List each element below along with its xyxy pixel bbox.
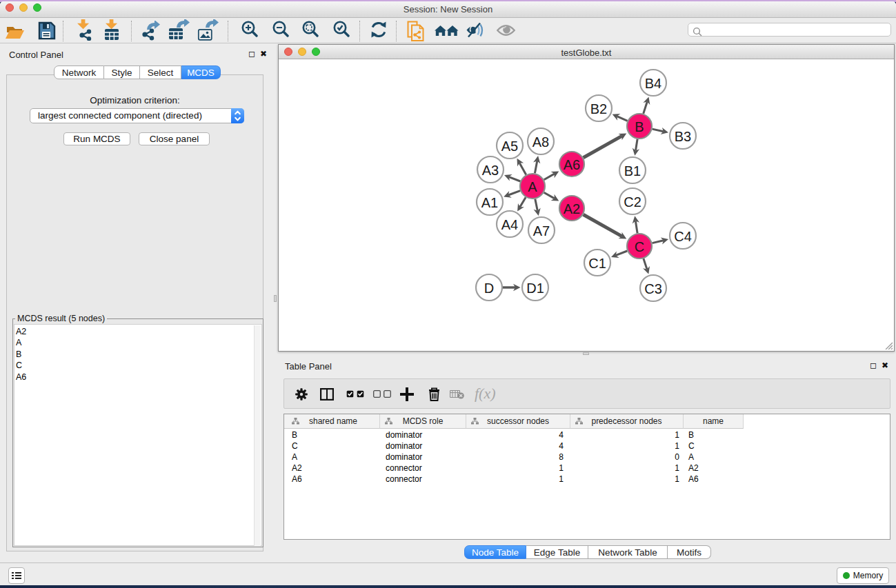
- svg-text:C3: C3: [644, 281, 662, 296]
- svg-text:A7: A7: [533, 223, 550, 239]
- svg-text:A5: A5: [501, 139, 518, 154]
- svg-text:A1: A1: [481, 195, 498, 210]
- svg-text:B1: B1: [624, 163, 641, 179]
- svg-text:B3: B3: [675, 129, 691, 144]
- svg-text:A8: A8: [532, 134, 549, 150]
- svg-text:D: D: [484, 281, 494, 296]
- svg-text:C1: C1: [588, 256, 606, 271]
- svg-text:C: C: [635, 239, 644, 254]
- svg-text:B4: B4: [645, 76, 661, 91]
- svg-text:C4: C4: [674, 229, 692, 244]
- svg-text:A4: A4: [501, 217, 518, 232]
- svg-text:A3: A3: [482, 163, 499, 178]
- svg-text:B: B: [635, 119, 644, 134]
- svg-text:A2: A2: [564, 201, 580, 216]
- svg-text:D1: D1: [526, 281, 544, 296]
- svg-text:C2: C2: [624, 194, 641, 210]
- svg-text:B2: B2: [590, 101, 607, 116]
- svg-text:A: A: [528, 179, 537, 194]
- svg-text:A6: A6: [564, 157, 580, 172]
